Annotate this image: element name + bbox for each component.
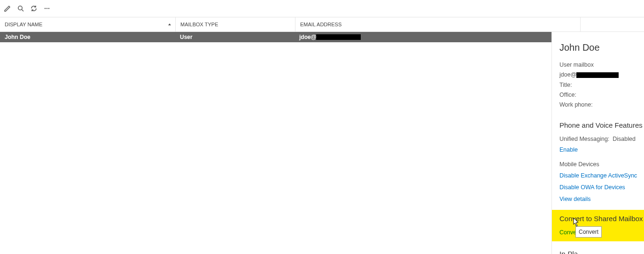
column-mailbox-type-label: MAILBOX TYPE xyxy=(180,22,218,27)
details-pane: John Doe User mailbox jdoe@ Title: Offic… xyxy=(551,32,644,254)
column-display-name[interactable]: DISPLAY NAME xyxy=(0,17,176,31)
section-phone-voice: Phone and Voice Features xyxy=(559,119,644,131)
column-headers: DISPLAY NAME MAILBOX TYPE EMAIL ADDRESS xyxy=(0,17,644,32)
convert-heading: Convert to Shared Mailbox xyxy=(559,213,644,225)
column-email[interactable]: EMAIL ADDRESS xyxy=(295,17,581,31)
inplace-heading: In-Pla xyxy=(559,248,644,254)
more-icon[interactable] xyxy=(43,5,51,12)
toolbar xyxy=(0,0,644,17)
row-email: jdoe@ xyxy=(295,34,551,40)
enable-link[interactable]: Enable xyxy=(559,145,578,155)
search-icon[interactable] xyxy=(17,5,24,12)
column-details-pane xyxy=(581,17,644,31)
details-title: John Doe xyxy=(559,39,644,55)
column-email-label: EMAIL ADDRESS xyxy=(300,22,341,27)
svg-point-2 xyxy=(45,8,46,9)
mobile-devices-label: Mobile Devices xyxy=(559,161,599,168)
edit-icon[interactable] xyxy=(4,5,11,12)
column-mailbox-type[interactable]: MAILBOX TYPE xyxy=(176,17,295,31)
table-row[interactable]: John Doe User jdoe@ xyxy=(0,32,551,42)
svg-point-3 xyxy=(47,8,47,9)
redacted-text xyxy=(576,72,619,78)
tooltip: Convert xyxy=(575,226,602,238)
unified-messaging-value: Disabled xyxy=(613,136,636,142)
workphone-label: Work phone: xyxy=(559,101,593,108)
disable-owa-link[interactable]: Disable OWA for Devices xyxy=(559,183,625,192)
main-area: John Doe User jdoe@ John Doe User mailbo… xyxy=(0,32,644,254)
row-email-prefix: jdoe@ xyxy=(299,34,316,40)
unified-messaging-label: Unified Messaging: xyxy=(559,136,609,142)
column-display-name-label: DISPLAY NAME xyxy=(5,22,42,27)
sort-asc-icon xyxy=(168,22,171,27)
details-email-prefix: jdoe@ xyxy=(559,70,576,80)
svg-point-0 xyxy=(18,6,22,10)
office-label: Office: xyxy=(559,92,576,98)
redacted-text xyxy=(316,34,361,40)
title-label: Title: xyxy=(559,82,572,88)
row-display-name: John Doe xyxy=(0,34,175,40)
row-mailbox-type: User xyxy=(175,34,295,40)
disable-activesync-link[interactable]: Disable Exchange ActiveSync xyxy=(559,171,637,181)
svg-point-4 xyxy=(48,8,49,9)
view-details-link[interactable]: View details xyxy=(559,194,590,204)
refresh-icon[interactable] xyxy=(30,5,38,12)
svg-line-1 xyxy=(22,9,23,11)
mailbox-kind: User mailbox xyxy=(559,62,594,68)
mailbox-list: John Doe User jdoe@ xyxy=(0,32,551,254)
